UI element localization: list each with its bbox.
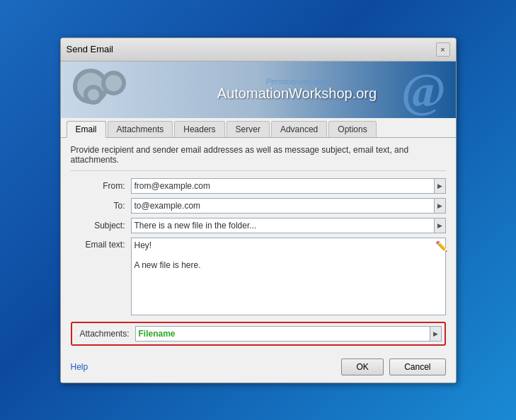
cancel-button[interactable]: Cancel	[389, 358, 445, 375]
attachments-input-wrapper: ▶	[135, 326, 442, 342]
to-row: To: ▶	[71, 198, 446, 214]
tab-headers[interactable]: Headers	[174, 121, 224, 137]
close-button[interactable]: ×	[436, 42, 450, 57]
form-description: Provide recipient and sender email addre…	[71, 145, 446, 171]
pencil-icon[interactable]: ✏️	[436, 239, 447, 253]
from-row: From: ▶	[71, 178, 446, 194]
gears-decoration	[69, 65, 147, 115]
email-text-textarea[interactable]: Hey! A new file is here.	[131, 238, 446, 315]
at-symbol-icon: @	[399, 65, 449, 115]
subject-label: Subject:	[71, 221, 131, 231]
tab-attachments[interactable]: Attachments	[108, 121, 173, 137]
email-text-input-wrapper: Hey! A new file is here. ✏️	[131, 238, 446, 317]
attachments-arrow-button[interactable]: ▶	[430, 326, 442, 342]
personal-use-label: Personal use only	[266, 77, 328, 86]
from-input[interactable]	[131, 178, 435, 194]
attachments-section: Attachments: ▶	[71, 322, 446, 346]
subject-input-wrapper: ▶	[131, 218, 446, 233]
subject-arrow-button[interactable]: ▶	[435, 218, 446, 233]
help-link[interactable]: Help	[71, 362, 88, 372]
brand-name-label: AutomationWorkshop.org	[217, 86, 377, 102]
dialog-footer: Help OK Cancel	[61, 353, 456, 383]
ok-button[interactable]: OK	[341, 358, 384, 375]
from-input-wrapper: ▶	[131, 178, 446, 194]
email-text-label: Email text:	[71, 238, 131, 250]
dialog-title: Send Email	[67, 44, 113, 54]
tab-email[interactable]: Email	[67, 121, 106, 138]
tab-advanced[interactable]: Advanced	[271, 121, 327, 137]
tab-server[interactable]: Server	[227, 121, 270, 137]
tabs-bar: Email Attachments Headers Server Advance…	[61, 118, 456, 138]
to-input[interactable]	[131, 198, 435, 214]
footer-buttons: OK Cancel	[341, 358, 445, 375]
subject-row: Subject: ▶	[71, 218, 446, 233]
gear-small-icon	[84, 85, 103, 105]
from-arrow-button[interactable]: ▶	[435, 178, 446, 194]
from-label: From:	[71, 181, 131, 191]
to-arrow-button[interactable]: ▶	[435, 198, 446, 214]
send-email-dialog: Send Email × Personal use only Automatio…	[60, 37, 457, 383]
banner: Personal use only AutomationWorkshop.org…	[61, 62, 456, 118]
title-bar: Send Email ×	[61, 38, 456, 62]
tab-content: Provide recipient and sender email addre…	[61, 138, 456, 353]
gear-medium-icon	[101, 71, 126, 95]
subject-input[interactable]	[131, 218, 435, 233]
email-text-area-wrapper: Hey! A new file is here.	[131, 238, 446, 317]
to-label: To:	[71, 201, 131, 211]
tab-options[interactable]: Options	[328, 121, 376, 137]
email-text-row: Email text: Hey! A new file is here. ✏️	[71, 238, 446, 317]
to-input-wrapper: ▶	[131, 198, 446, 214]
attachments-label: Attachments:	[75, 329, 135, 339]
attachments-input[interactable]	[135, 326, 430, 342]
